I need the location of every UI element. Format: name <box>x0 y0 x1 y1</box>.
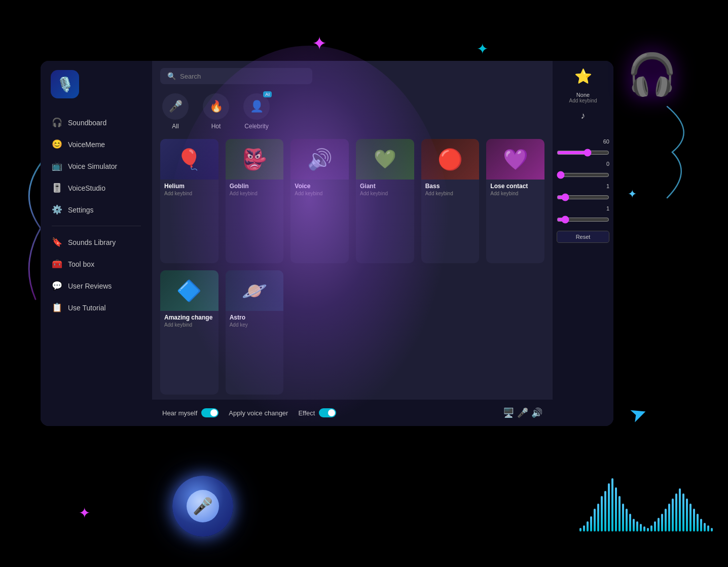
wave-bar <box>697 514 699 531</box>
voicememe-icon: 😊 <box>52 139 62 150</box>
wave-bar <box>636 521 638 531</box>
voice-card-amazing-change[interactable]: 🔷 Amazing change Add keybind <box>160 270 219 395</box>
sidebar-label-settings: Settings <box>68 206 94 214</box>
wave-bar <box>643 526 645 531</box>
app-window: 🎙️ 🎧 Soundboard 😊 VoiceMeme 📺 Voice Simu… <box>41 61 613 426</box>
voice-card-helium[interactable]: 🎈 Helium Add keybind <box>160 139 219 263</box>
voice-card-amazing-bind: Add keybind <box>164 322 214 328</box>
wave-bar <box>601 496 603 531</box>
sidebar-divider <box>52 226 141 226</box>
mic-icon: 🎤 <box>517 407 528 418</box>
effect-toggle[interactable] <box>319 408 336 417</box>
voice-card-helium-bind: Add keybind <box>164 191 214 196</box>
sidebar-item-voice-studio[interactable]: 🎚️ VoiceStudio <box>41 177 152 199</box>
voice-card-amazing-info: Amazing change Add keybind <box>160 311 219 331</box>
voice-card-extra-info: Voice Add keybind <box>290 180 349 199</box>
sidebar-item-toolbox[interactable]: 🧰 Tool box <box>41 253 152 275</box>
voice-card-astro-info: Astro Add key <box>226 311 284 331</box>
voice-card-goblin-name: Goblin <box>230 183 280 190</box>
sidebar-item-user-reviews[interactable]: 💬 User Reviews <box>41 275 152 297</box>
microphone-orb-inner: 🎤 <box>187 490 219 522</box>
wave-bar <box>615 487 617 532</box>
toolbox-icon: 🧰 <box>52 259 62 269</box>
voice-card-goblin[interactable]: 👺 Goblin Add keybind <box>226 139 284 263</box>
star-pink-top: ✦ <box>312 33 327 54</box>
sidebar-item-voice-simulator[interactable]: 📺 Voice Simulator <box>41 155 152 177</box>
voice-simulator-icon: 📺 <box>52 161 62 171</box>
wave-bar <box>679 488 681 531</box>
bottom-icons: 🖥️ 🎤 🔊 <box>503 407 542 418</box>
panel-none-label: None <box>557 92 609 98</box>
star-cyan-mid: ✦ <box>628 188 637 201</box>
voice-card-astro-bind: Add key <box>230 322 280 328</box>
filter-tabs: 🎤 All 🔥 Hot 👤 AI Celebrity <box>152 89 553 134</box>
slider-1a[interactable] <box>557 193 609 201</box>
voice-card-giant-img: 💚 <box>356 139 414 180</box>
search-input-wrap[interactable]: 🔍 <box>160 68 312 84</box>
filter-tab-celebrity[interactable]: 👤 AI Celebrity <box>241 93 272 130</box>
wave-bar <box>647 528 649 532</box>
voice-card-helium-img: 🎈 <box>160 139 219 180</box>
wave-bar <box>640 524 642 531</box>
wave-bar <box>693 509 695 531</box>
hear-myself-toggle[interactable] <box>201 408 219 417</box>
slider-0[interactable] <box>557 171 609 179</box>
voice-card-helium-info: Helium Add keybind <box>160 180 219 199</box>
wave-bar <box>700 519 702 531</box>
voice-card-extra[interactable]: 🔊 Voice Add keybind <box>290 139 349 263</box>
apply-voice-item: Apply voice changer <box>229 409 288 417</box>
voice-card-astro-img: 🪐 <box>226 270 284 311</box>
star-pink-bottom: ✦ <box>79 505 90 521</box>
search-input[interactable] <box>180 73 305 80</box>
sidebar-item-soundboard[interactable]: 🎧 Soundboard <box>41 112 152 133</box>
wave-bar <box>626 509 628 531</box>
voice-card-red-name: Bass <box>425 183 476 190</box>
voice-card-red-info: Bass Add keybind <box>421 180 480 199</box>
slider-1b[interactable] <box>557 216 609 224</box>
voice-card-giant[interactable]: 💚 Giant Add keybind <box>356 139 414 263</box>
filter-tab-all[interactable]: 🎤 All <box>160 93 191 130</box>
voice-card-astro[interactable]: 🪐 Astro Add key <box>226 270 284 395</box>
hear-myself-label: Hear myself <box>162 409 197 417</box>
user-reviews-icon: 💬 <box>52 280 62 291</box>
voice-card-red-img: 🔴 <box>421 139 480 180</box>
wave-bar <box>682 493 684 531</box>
sidebar-label-sounds-library: Sounds Library <box>68 238 116 246</box>
sidebar-item-voicememe[interactable]: 😊 VoiceMeme <box>41 133 152 155</box>
filter-tab-hot[interactable]: 🔥 Hot <box>201 93 231 130</box>
sidebar-item-use-tutorial[interactable]: 📋 Use Tutorial <box>41 297 152 318</box>
wave-bar <box>707 525 709 532</box>
search-icon: 🔍 <box>167 72 176 80</box>
wave-bar <box>633 519 635 531</box>
voice-card-extra-img: 🔊 <box>290 139 349 180</box>
sidebar-label-voice-simulator: Voice Simulator <box>68 162 117 170</box>
voice-card-lose-contact-img: 💜 <box>486 139 544 180</box>
wave-bar <box>611 478 613 531</box>
microphone-orb[interactable]: 🎤 <box>172 476 233 537</box>
voice-card-red-bind: Add keybind <box>425 191 476 196</box>
voice-card-red[interactable]: 🔴 Bass Add keybind <box>421 139 480 263</box>
filter-tab-all-icon: 🎤 <box>162 93 189 120</box>
filter-tab-all-label: All <box>172 123 178 130</box>
sidebar-item-settings[interactable]: ⚙️ Settings <box>41 199 152 221</box>
wave-bar <box>672 499 674 531</box>
filter-tab-hot-label: Hot <box>211 123 221 130</box>
reset-button[interactable]: Reset <box>557 231 609 243</box>
slider-value-0: 0 <box>557 161 609 167</box>
panel-star-icon: ⭐ <box>557 68 609 85</box>
wave-bar <box>661 514 663 531</box>
slider-60[interactable] <box>557 149 609 157</box>
sidebar-item-sounds-library[interactable]: 🔖 Sounds Library <box>41 231 152 253</box>
wave-bar <box>622 504 624 531</box>
wave-bar <box>579 528 581 532</box>
voice-studio-icon: 🎚️ <box>52 183 62 193</box>
voice-card-extra-bind: Add keybind <box>295 191 345 196</box>
wave-bar <box>594 509 596 531</box>
app-logo-icon: 🎙️ <box>51 70 79 98</box>
filter-tab-celebrity-icon: 👤 AI <box>243 93 270 120</box>
voice-card-extra-name: Voice <box>295 183 345 190</box>
slider-value-1a: 1 <box>557 183 609 189</box>
voice-card-lose-contact[interactable]: 💜 Lose contact Add keybind <box>486 139 544 263</box>
settings-icon: ⚙️ <box>52 204 62 215</box>
wave-bar <box>650 525 652 532</box>
